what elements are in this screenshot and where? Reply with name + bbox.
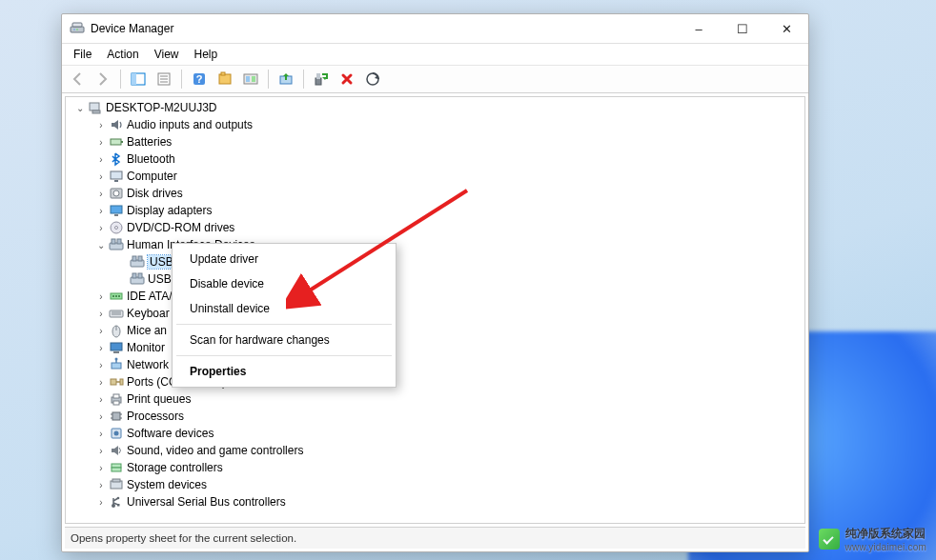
expand-chevron[interactable]: › — [94, 497, 108, 508]
scan-hardware-button[interactable] — [361, 68, 384, 90]
tree-label: Monitor — [127, 341, 165, 354]
svg-point-44 — [115, 295, 117, 297]
expand-chevron[interactable]: › — [94, 326, 108, 336]
action-button[interactable] — [239, 68, 262, 90]
tree-category-sound[interactable]: ›Sound, video and game controllers — [66, 442, 804, 459]
expand-chevron[interactable]: › — [94, 171, 108, 182]
expand-chevron[interactable]: ⌄ — [73, 103, 87, 113]
show-hidden-button[interactable] — [214, 68, 236, 90]
bluetooth-icon — [109, 151, 124, 167]
expand-chevron[interactable]: › — [94, 377, 108, 388]
watermark-icon — [819, 529, 840, 550]
usb-icon — [109, 494, 124, 510]
context-menu-properties[interactable]: Properties — [174, 359, 394, 384]
tree-category-printer[interactable]: ›Print queues — [66, 390, 804, 408]
tree-label: Network — [127, 358, 169, 371]
properties-button[interactable] — [153, 68, 175, 90]
expand-chevron[interactable]: ⌄ — [94, 240, 108, 250]
svg-point-55 — [115, 358, 118, 361]
menu-view[interactable]: View — [147, 46, 187, 63]
context-menu-scan-for-hardware-changes[interactable]: Scan for hardware changes — [174, 328, 394, 352]
minimize-button[interactable]: – — [677, 14, 721, 43]
expand-chevron[interactable]: › — [94, 154, 108, 165]
watermark-title: 纯净版系统家园 — [845, 527, 926, 540]
tree-label: Storage controllers — [127, 461, 223, 474]
expand-chevron[interactable]: › — [94, 463, 108, 473]
storage-icon — [109, 460, 124, 475]
tree-category-usb[interactable]: ›Universal Serial Bus controllers — [66, 493, 804, 510]
tree-category-display[interactable]: ›Display adapters — [66, 202, 804, 219]
svg-point-3 — [76, 29, 78, 30]
watermark-url: www.yidaimei.com — [845, 542, 926, 552]
toolbar-separator — [303, 70, 304, 89]
svg-rect-52 — [113, 351, 119, 353]
toolbar-separator — [120, 70, 121, 89]
disk-icon — [109, 186, 124, 201]
svg-rect-61 — [112, 412, 120, 420]
expand-chevron[interactable]: › — [94, 343, 108, 353]
hid-icon — [130, 254, 145, 270]
expand-chevron[interactable]: › — [94, 120, 108, 130]
svg-rect-57 — [120, 379, 123, 385]
context-menu-uninstall-device[interactable]: Uninstall device — [174, 296, 394, 321]
tree-root[interactable]: ⌄DESKTOP-M2UUJ3D — [66, 99, 804, 116]
app-icon — [70, 21, 85, 36]
toolbar-separator — [181, 70, 182, 89]
maximize-button[interactable]: ☐ — [721, 14, 764, 43]
context-menu-update-driver[interactable]: Update driver — [174, 247, 394, 271]
expand-chevron[interactable]: › — [94, 411, 108, 422]
tree-category-bluetooth[interactable]: ›Bluetooth — [66, 150, 804, 168]
tree-category-audio[interactable]: ›Audio inputs and outputs — [66, 116, 804, 133]
titlebar[interactable]: Device Manager – ☐ ✕ — [62, 14, 808, 44]
printer-icon — [109, 391, 124, 407]
expand-chevron[interactable]: › — [94, 309, 108, 319]
toolbar-separator — [268, 70, 269, 89]
tree-category-software[interactable]: ›Software devices — [66, 425, 804, 442]
enable-device-button[interactable] — [310, 68, 333, 90]
tree-label: USB — [148, 272, 172, 286]
expand-chevron[interactable]: › — [94, 291, 108, 302]
help-button[interactable]: ? — [188, 68, 211, 90]
properties-icon — [156, 71, 172, 87]
update-driver-button[interactable] — [275, 68, 297, 90]
svg-rect-18 — [315, 78, 321, 85]
svg-rect-25 — [111, 171, 122, 179]
show-hide-console-tree-button[interactable] — [127, 68, 150, 90]
menu-help[interactable]: Help — [187, 46, 226, 63]
svg-rect-23 — [111, 139, 121, 145]
context-menu-disable-device[interactable]: Disable device — [174, 271, 394, 296]
menu-action[interactable]: Action — [99, 46, 146, 63]
expand-chevron[interactable]: › — [94, 206, 108, 216]
svg-rect-1 — [72, 23, 82, 27]
menu-file[interactable]: File — [66, 46, 99, 63]
tree-category-dvd[interactable]: ›DVD/CD-ROM drives — [66, 219, 804, 236]
tree-category-computer[interactable]: ›Computer — [66, 168, 804, 185]
tree-category-system[interactable]: ›System devices — [66, 476, 804, 493]
tree-category-cpu[interactable]: ›Processors — [66, 408, 804, 425]
tree-label: Print queues — [127, 392, 191, 406]
expand-chevron[interactable]: › — [94, 480, 108, 490]
uninstall-device-button[interactable] — [336, 68, 358, 90]
expand-chevron[interactable]: › — [94, 223, 108, 233]
svg-point-45 — [118, 295, 120, 297]
tree-label: Display adapters — [127, 204, 212, 217]
expand-chevron[interactable]: › — [94, 394, 108, 405]
expand-chevron[interactable]: › — [94, 360, 108, 370]
tree-category-battery[interactable]: ›Batteries — [66, 133, 804, 150]
svg-rect-77 — [117, 504, 120, 507]
svg-rect-34 — [112, 239, 115, 244]
close-button[interactable]: ✕ — [764, 14, 808, 43]
dvd-icon — [109, 220, 124, 235]
mouse-icon — [109, 323, 124, 338]
tree-label: Universal Serial Bus controllers — [127, 495, 286, 509]
svg-rect-5 — [132, 73, 136, 85]
tree-category-storage[interactable]: ›Storage controllers — [66, 459, 804, 476]
computer-icon — [109, 169, 124, 184]
tree-category-disk[interactable]: ›Disk drives — [66, 185, 804, 202]
expand-chevron[interactable]: › — [94, 189, 108, 199]
battery-icon — [109, 134, 124, 150]
expand-chevron[interactable]: › — [94, 446, 108, 456]
expand-chevron[interactable]: › — [94, 137, 108, 148]
expand-chevron[interactable]: › — [94, 429, 108, 439]
context-menu-divider — [176, 324, 392, 325]
